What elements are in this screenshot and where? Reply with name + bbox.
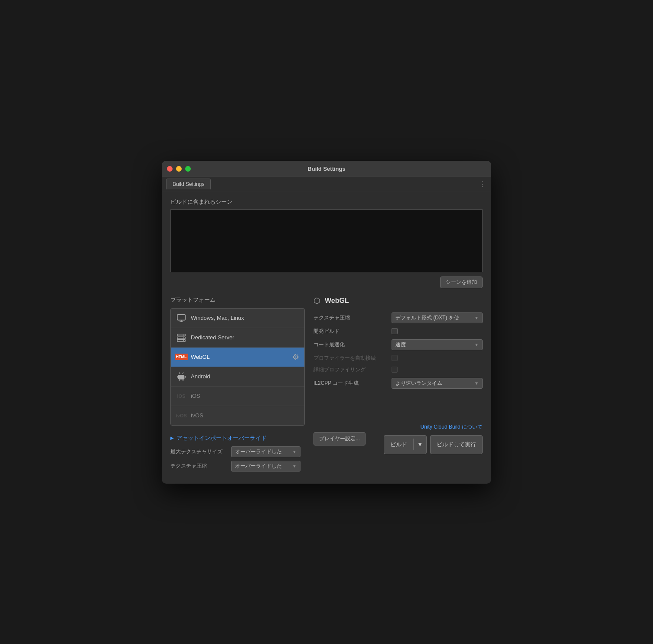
asset-override-section: ▶ アセットインポートオーバーライド 最大テクスチャサイズ オーバーライドした … — [170, 434, 305, 472]
svg-rect-13 — [185, 376, 186, 378]
il2cpp-control: より速いランタイム ▼ — [392, 378, 483, 389]
dropdown-arrow: ▼ — [292, 449, 297, 454]
minimize-button[interactable] — [176, 166, 182, 172]
asset-row-texture-size: 最大テクスチャサイズ オーバーライドした ▼ — [170, 446, 305, 457]
asset-override-header[interactable]: ▶ アセットインポートオーバーライド — [170, 434, 305, 442]
player-settings-button[interactable]: プレイヤー設定... — [313, 432, 366, 446]
texture-label: テクスチャ圧縮 — [313, 314, 392, 322]
settings-header: ⬡ WebGL — [313, 296, 483, 306]
build-button-label: ビルド — [384, 438, 413, 451]
platform-name-android: Android — [191, 373, 299, 380]
svg-rect-11 — [183, 379, 184, 381]
platform-name-ios: iOS — [191, 393, 299, 399]
devbuild-label: 開発ビルド — [313, 328, 392, 335]
asset-override-title: アセットインポートオーバーライド — [176, 434, 267, 442]
svg-rect-9 — [178, 375, 185, 379]
triangle-icon: ▶ — [170, 436, 174, 440]
max-texture-label: 最大テクスチャサイズ — [170, 448, 231, 455]
add-scene-row: シーンを追加 — [170, 276, 483, 288]
platform-title: プラットフォーム — [170, 296, 305, 304]
devbuild-control — [392, 328, 483, 334]
settings-panel: ⬡ WebGL テクスチャ圧縮 デフォルト形式 (DXT) を使 ▼ 開発ビ — [313, 296, 483, 475]
scenes-area — [170, 209, 483, 272]
settings-row-profiler: プロファイラーを自動接続 — [313, 355, 483, 362]
switch-platform-icon: ⚙ — [292, 352, 299, 362]
platform-item-ios[interactable]: iOS iOS — [171, 387, 304, 406]
svg-rect-10 — [179, 379, 180, 381]
build-settings-window: Build Settings Build Settings ⋮ ビルドに含まれる… — [162, 161, 491, 484]
settings-row-devbuild: 開発ビルド — [313, 328, 483, 335]
platform-item-android[interactable]: Android — [171, 367, 304, 387]
profiler-checkbox[interactable] — [392, 355, 398, 361]
cloud-build-link[interactable]: Unity Cloud Build について — [421, 423, 483, 431]
main-content: ビルドに含まれるシーン シーンを追加 プラットフォーム — [162, 191, 491, 484]
codeopt-label: コード最適化 — [313, 341, 392, 348]
settings-row-texture: テクスチャ圧縮 デフォルト形式 (DXT) を使 ▼ — [313, 312, 483, 323]
settings-row-detail-profile: 詳細プロファイリング — [313, 366, 483, 374]
codeopt-arrow: ▼ — [474, 342, 479, 347]
footer-buttons: ビルド ▼ ビルドして実行 — [384, 435, 483, 454]
dropdown-arrow-2: ▼ — [292, 464, 297, 468]
android-icon — [176, 371, 186, 382]
codeopt-dropdown[interactable]: 速度 ▼ — [392, 339, 483, 350]
build-button[interactable]: ビルド ▼ — [384, 435, 427, 454]
codeopt-control: 速度 ▼ — [392, 339, 483, 350]
window-controls — [167, 166, 191, 172]
footer-right: Unity Cloud Build について ビルド ▼ ビルドして実行 — [384, 423, 483, 454]
close-button[interactable] — [167, 166, 173, 172]
profiler-label: プロファイラーを自動接続 — [313, 355, 392, 362]
devbuild-checkbox[interactable] — [392, 328, 398, 334]
svg-point-8 — [183, 340, 184, 341]
detail-profile-label: 詳細プロファイリング — [313, 366, 392, 374]
platform-item-tvos[interactable]: tvOS tvOS — [171, 406, 304, 425]
il2cpp-arrow: ▼ — [474, 381, 479, 386]
svg-point-6 — [183, 335, 184, 335]
webgl-settings-icon: ⬡ — [313, 296, 320, 306]
il2cpp-dropdown[interactable]: より速いランタイム ▼ — [392, 378, 483, 389]
max-texture-dropdown[interactable]: オーバーライドした ▼ — [231, 446, 300, 457]
tab-bar: Build Settings ⋮ — [162, 177, 491, 191]
platform-item-webgl[interactable]: HTML WebGL ⚙ — [171, 348, 304, 367]
il2cpp-label: IL2CPP コード生成 — [313, 380, 392, 387]
platform-name-tvos: tvOS — [191, 412, 299, 419]
build-settings-tab[interactable]: Build Settings — [166, 179, 211, 189]
texture-dropdown-control: デフォルト形式 (DXT) を使 ▼ — [392, 312, 483, 323]
platform-name-webgl: WebGL — [191, 354, 288, 360]
main-area: プラットフォーム Windows, Mac, Linux — [170, 296, 483, 475]
ios-icon: iOS — [176, 391, 186, 401]
settings-title: WebGL — [325, 297, 349, 305]
svg-rect-0 — [177, 314, 185, 320]
build-run-button[interactable]: ビルドして実行 — [430, 435, 483, 454]
tvos-icon: tvOS — [176, 410, 186, 421]
title-bar: Build Settings — [162, 161, 491, 177]
detail-profile-checkbox[interactable] — [392, 367, 398, 373]
footer-row: プレイヤー設定... Unity Cloud Build について ビルド ▼ … — [313, 423, 483, 454]
maximize-button[interactable] — [185, 166, 191, 172]
asset-row-texture-compression: テクスチャ圧縮 オーバーライドした ▼ — [170, 461, 305, 472]
platform-name-dedicated: Dedicated Server — [191, 334, 299, 341]
settings-footer: プレイヤー設定... Unity Cloud Build について ビルド ▼ … — [313, 423, 483, 454]
window-title: Build Settings — [307, 166, 345, 172]
build-dropdown-arrow[interactable]: ▼ — [413, 439, 426, 450]
tab-menu-icon[interactable]: ⋮ — [478, 179, 486, 189]
texture-compression-dropdown[interactable]: オーバーライドした ▼ — [231, 461, 300, 472]
monitor-icon — [176, 313, 186, 323]
platform-panel: プラットフォーム Windows, Mac, Linux — [170, 296, 305, 475]
svg-rect-12 — [177, 376, 178, 378]
texture-dropdown[interactable]: デフォルト形式 (DXT) を使 ▼ — [392, 312, 483, 323]
settings-row-il2cpp: IL2CPP コード生成 より速いランタイム ▼ — [313, 378, 483, 389]
webgl-icon: HTML — [176, 352, 186, 362]
texture-compression-label: テクスチャ圧縮 — [170, 462, 231, 470]
platform-list: Windows, Mac, Linux — [170, 308, 305, 426]
detail-profile-control — [392, 367, 483, 373]
settings-row-codeopt: コード最適化 速度 ▼ — [313, 339, 483, 350]
profiler-control — [392, 355, 483, 361]
texture-dropdown-arrow: ▼ — [474, 315, 479, 320]
add-scene-button[interactable]: シーンを追加 — [440, 276, 483, 288]
scenes-label: ビルドに含まれるシーン — [170, 198, 483, 206]
platform-item-windows[interactable]: Windows, Mac, Linux — [171, 309, 304, 328]
platform-item-dedicated[interactable]: Dedicated Server — [171, 328, 304, 348]
svg-point-7 — [183, 337, 184, 338]
server-icon — [176, 332, 186, 343]
platform-name-windows: Windows, Mac, Linux — [191, 315, 299, 321]
